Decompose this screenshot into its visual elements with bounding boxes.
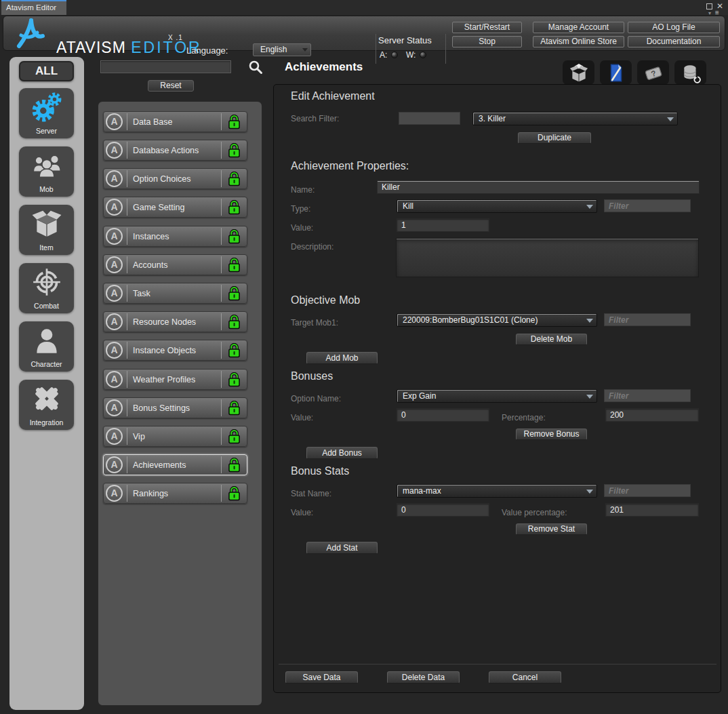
lock-icon (228, 258, 241, 275)
maximize-icon[interactable] (706, 3, 712, 9)
sidebar-item-label: Combat (19, 302, 74, 310)
search-input[interactable] (100, 60, 231, 73)
tab-package[interactable] (563, 60, 594, 85)
list-item[interactable]: AVip (103, 426, 247, 447)
all-categories-button[interactable]: ALL (19, 61, 74, 81)
list-item-label: Instance Objects (133, 346, 196, 355)
list-item[interactable]: AResource Nodes (103, 311, 247, 332)
search-filter-label: Search Filter: (291, 114, 339, 123)
section-heading-bonus-stats: Bonus Stats (291, 465, 349, 477)
delete-data-button[interactable]: Delete Data (387, 671, 460, 683)
lock-icon (228, 429, 241, 447)
atavism-badge-icon: A (106, 371, 123, 388)
atavism-badge-icon: A (106, 228, 123, 245)
ao-log-file-button[interactable]: AO Log File (628, 22, 720, 33)
window-tab[interactable]: Atavism Editor (1, 0, 66, 15)
list-item-label: Instances (133, 232, 169, 241)
edit-form-panel (273, 84, 721, 693)
option-name-label: Option Name: (291, 394, 341, 403)
package-icon (569, 63, 589, 83)
list-item[interactable]: ADatabase Actions (103, 140, 247, 161)
list-item-label: Task (133, 289, 150, 298)
footer-divider (279, 664, 716, 665)
documentation-button[interactable]: Documentation (628, 36, 720, 47)
list-item-label: Achievements (133, 460, 186, 470)
sidebar-item-item[interactable]: Item (19, 205, 74, 255)
sidebar-item-integration[interactable]: Integration (19, 380, 74, 430)
bonus-filter-input[interactable] (604, 389, 691, 402)
stat-name-select[interactable]: mana-max (397, 484, 597, 498)
list-item[interactable]: AGame Setting (103, 197, 247, 218)
type-filter-input[interactable] (604, 199, 691, 212)
add-bonus-button[interactable]: Add Bonus (306, 447, 378, 459)
tab-edit-active[interactable] (600, 60, 632, 85)
list-item[interactable]: AAccounts (103, 254, 247, 275)
list-item[interactable]: AWeather Profiles (103, 369, 247, 390)
list-item[interactable]: ARankings (103, 483, 247, 504)
sidebar-item-combat[interactable]: Combat (19, 263, 74, 313)
save-data-button[interactable]: Save Data (285, 671, 358, 683)
list-item-label: Weather Profiles (133, 375, 195, 384)
language-select[interactable]: English (253, 43, 311, 56)
add-stat-button[interactable]: Add Stat (306, 542, 378, 554)
stop-button[interactable]: Stop (452, 36, 522, 47)
status-a-led-icon (391, 52, 398, 58)
target-mob-label: Target Mob1: (291, 318, 338, 328)
name-input[interactable] (377, 180, 700, 194)
atavism-badge-icon: A (106, 256, 123, 273)
tab-database[interactable] (674, 60, 706, 85)
list-item[interactable]: ATask (103, 283, 247, 304)
value-percentage-input[interactable] (605, 503, 699, 517)
cancel-button[interactable]: Cancel (489, 671, 561, 683)
status-a-label: A: (380, 50, 387, 60)
list-item[interactable]: AData Base (103, 111, 247, 132)
stat-filter-input[interactable] (604, 484, 691, 497)
atavism-badge-icon: A (106, 485, 123, 502)
description-textarea[interactable] (396, 238, 699, 277)
list-item-label: Game Setting (133, 203, 184, 212)
remove-stat-button[interactable]: Remove Stat (516, 523, 587, 535)
sidebar-item-mob[interactable]: Mob (19, 146, 74, 197)
sidebar-item-character[interactable]: Character (19, 321, 74, 372)
sidebar-item-label: Mob (19, 185, 74, 193)
stat-value-input[interactable] (397, 503, 489, 517)
value-input[interactable] (397, 218, 489, 232)
reset-button[interactable]: Reset (148, 80, 194, 92)
chevron-down-icon (586, 205, 593, 209)
list-item[interactable]: AOption Choices (103, 168, 247, 189)
list-item-label: Resource Nodes (133, 317, 196, 327)
tab-help[interactable]: ? (637, 60, 669, 85)
online-store-button[interactable]: Atavism Online Store (533, 36, 624, 47)
manage-account-button[interactable]: Manage Account (533, 22, 624, 33)
person-icon (31, 325, 62, 356)
achievement-search-filter-input[interactable] (399, 112, 460, 125)
server-status-label: Server Status (378, 35, 432, 45)
atavism-badge-icon: A (106, 399, 123, 416)
list-item-label: Accounts (133, 260, 167, 270)
section-heading-properties: Achievement Properties: (291, 160, 409, 172)
delete-mob-button[interactable]: Delete Mob (516, 334, 587, 345)
section-heading-edit: Edit Achievement (291, 90, 375, 102)
list-item-achievements-selected[interactable]: AAchievements (103, 454, 247, 475)
search-icon[interactable] (248, 60, 263, 75)
duplicate-button[interactable]: Duplicate (518, 132, 591, 144)
add-mob-button[interactable]: Add Mob (306, 352, 378, 364)
target-mob-select[interactable]: 220009:BomberBug01S1C01 (Clone) (397, 313, 597, 327)
achievement-select[interactable]: 3. Killer (472, 112, 678, 125)
lock-icon (228, 343, 241, 361)
percentage-input[interactable] (605, 408, 699, 422)
list-item[interactable]: ABonus Settings (103, 397, 247, 418)
sidebar-item-server[interactable]: Server (19, 88, 74, 138)
list-item-label: Rankings (133, 489, 168, 498)
list-item[interactable]: AInstance Objects (103, 340, 247, 361)
mob-filter-input[interactable] (604, 313, 691, 326)
option-name-select[interactable]: Exp Gain (397, 389, 597, 403)
start-restart-button[interactable]: Start/Restart (452, 22, 522, 33)
remove-bonus-button[interactable]: Remove Bonus (516, 429, 587, 440)
atavism-badge-icon: A (106, 170, 123, 187)
chevron-down-icon (586, 395, 593, 399)
list-item[interactable]: AInstances (103, 226, 247, 247)
type-select[interactable]: Kill (397, 199, 597, 213)
bonus-value-input[interactable] (397, 408, 489, 422)
lock-icon (228, 486, 241, 504)
